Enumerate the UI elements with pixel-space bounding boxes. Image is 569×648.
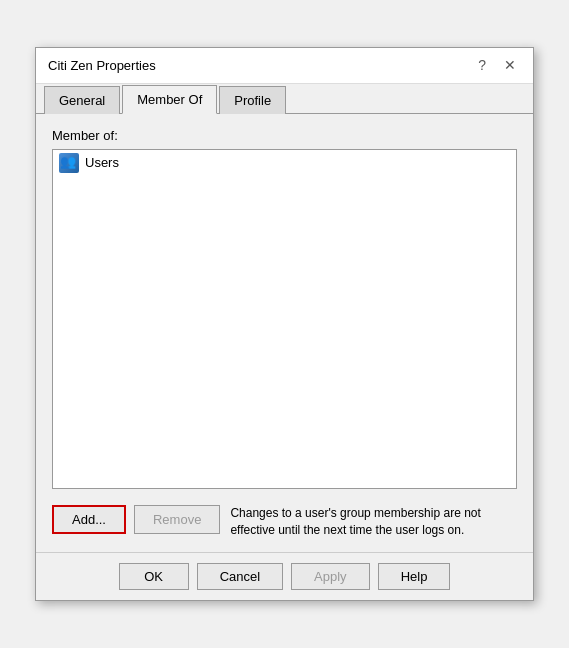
help-footer-button[interactable]: Help [378, 563, 451, 590]
apply-button[interactable]: Apply [291, 563, 370, 590]
window-title: Citi Zen Properties [48, 58, 156, 73]
membership-note: Changes to a user's group membership are… [230, 505, 517, 539]
close-button[interactable]: ✕ [499, 56, 521, 74]
bottom-section: Add... Remove Changes to a user's group … [52, 505, 517, 539]
ok-button[interactable]: OK [119, 563, 189, 590]
add-button[interactable]: Add... [52, 505, 126, 534]
title-bar-controls: ? ✕ [473, 56, 521, 74]
cancel-button[interactable]: Cancel [197, 563, 283, 590]
tab-bar: General Member Of Profile [36, 84, 533, 114]
member-list-box[interactable]: Users [52, 149, 517, 489]
dialog-footer: OK Cancel Apply Help [36, 552, 533, 600]
help-button[interactable]: ? [473, 56, 491, 74]
remove-button[interactable]: Remove [134, 505, 220, 534]
tab-general[interactable]: General [44, 86, 120, 114]
title-bar: Citi Zen Properties ? ✕ [36, 48, 533, 84]
action-buttons: Add... Remove [52, 505, 220, 534]
list-item[interactable]: Users [53, 150, 516, 176]
users-icon [59, 153, 79, 173]
section-label: Member of: [52, 128, 517, 143]
content-area: Member of: Users Add... Remove Changes t… [36, 114, 533, 553]
tab-profile[interactable]: Profile [219, 86, 286, 114]
list-item-label: Users [85, 155, 119, 170]
dialog-window: Citi Zen Properties ? ✕ General Member O… [35, 47, 534, 602]
tab-member-of[interactable]: Member Of [122, 85, 217, 114]
